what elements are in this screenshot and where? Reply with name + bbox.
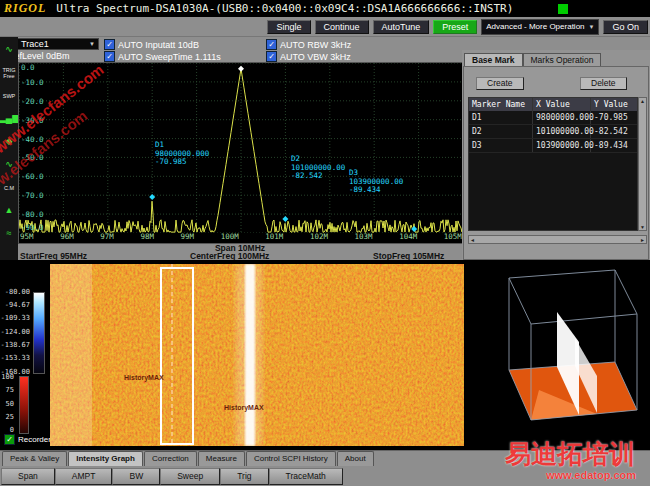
scale-label: -109.33 (0, 314, 30, 322)
auto-vbw-label: AUTO VBW 3kHz (280, 52, 351, 62)
marker-icon: ◆ (6, 137, 13, 146)
x-tick: 105M (444, 232, 462, 242)
rigol-logo: RIGOL (4, 1, 46, 16)
percent-label: 0 (0, 426, 14, 434)
sweep-button[interactable]: Sweep (160, 468, 220, 485)
create-marker-button[interactable]: Create (476, 77, 524, 90)
scroll-down-icon[interactable]: ▼ (639, 224, 646, 230)
scale-label: -80.00 (0, 288, 30, 296)
sidebar-item-cm[interactable]: C.M (1, 177, 17, 198)
recorder-checkbox[interactable]: ✓ Recorder (4, 434, 51, 445)
marker-panel: Base Mark Marks Operation Create Delete … (462, 50, 650, 260)
spectrum-plot (19, 63, 463, 233)
sidebar-item-marker[interactable]: ◆ (1, 131, 17, 152)
delete-marker-button[interactable]: Delete (580, 77, 627, 90)
marker-table: Marker Name X Value Y Value D1 98000000.… (468, 97, 638, 231)
percent-label: 25 (0, 413, 14, 421)
marker-readout-d3: D3 103900000.00 -89.434 (349, 169, 403, 195)
chevron-down-icon: ▼ (89, 41, 95, 47)
tab-marks-operation[interactable]: Marks Operation (523, 53, 602, 67)
single-button[interactable]: Single (267, 20, 310, 34)
auto-sweeptime-label: AUTO SweepTime 1.111s (118, 52, 221, 62)
titlebar: RIGOL Ultra Spectrum-DSA1030A-(USB0::0x0… (0, 0, 650, 17)
tab-base-mark[interactable]: Base Mark (464, 53, 523, 67)
3d-wireframe (467, 262, 648, 447)
scroll-left-icon[interactable]: ◄ (470, 237, 475, 243)
x-tick: 97M (100, 232, 114, 242)
sidebar-item-wave[interactable]: ∿ (1, 154, 17, 175)
table-row[interactable]: D2 101000000.00 -82.542 (469, 125, 637, 139)
triangle-icon: ▲ (5, 206, 14, 215)
bottom-tab-strip: Peak & Valley Intensity Graph Correction… (0, 450, 650, 466)
x-tick: 100M (221, 232, 239, 242)
app-window: RIGOL Ultra Spectrum-DSA1030A-(USB0::0x0… (0, 0, 650, 486)
check-icon: ✓ (104, 51, 115, 62)
scroll-up-icon[interactable]: ▲ (639, 98, 646, 104)
marker-readout-d1: D1 98000000.000 -70.985 (155, 141, 209, 167)
tab-peak-valley[interactable]: Peak & Valley (2, 451, 67, 466)
tracemath-button[interactable]: TraceMath (269, 468, 343, 485)
scale-label: -153.33 (0, 354, 30, 362)
trace-select-value: Trace1 (21, 39, 49, 49)
advanced-operation-dropdown[interactable]: Advanced - More Operation ▼ (481, 19, 599, 35)
toolbar: Single Continue AutoTune Preset Advanced… (0, 17, 650, 37)
y-tick: 0.0 (21, 63, 35, 72)
bottom-button-bar: Span AMPT BW Sweep Trig TraceMath (0, 466, 650, 486)
tab-intensity-graph[interactable]: Intensity Graph (68, 451, 143, 466)
scale-label: -94.67 (0, 301, 30, 309)
window-title: Ultra Spectrum-DSA1030A-(USB0::0x0400::0… (56, 2, 513, 15)
y-tick: -90.0 (21, 223, 44, 232)
waterfall-plot[interactable]: HistoryMAX HistoryMAX (50, 264, 464, 446)
continue-button[interactable]: Continue (315, 20, 369, 34)
percent-label: 75 (0, 386, 14, 394)
bars-icon: ▂▄▆ (0, 114, 19, 123)
table-row[interactable]: D3 103900000.00 -89.434 (469, 139, 637, 153)
span-button[interactable]: Span (1, 468, 55, 485)
tab-about[interactable]: About (337, 451, 374, 466)
x-tick: 96M (60, 232, 74, 242)
marker-panel-tabs: Base Mark Marks Operation (464, 53, 601, 67)
y-tick: -20.0 (21, 97, 44, 106)
scroll-right-icon[interactable]: ► (640, 237, 645, 243)
percent-colorbar (19, 376, 29, 434)
auto-rbw-label: AUTO RBW 3kHz (280, 40, 351, 50)
sidebar-item-trig-free[interactable]: TRIG Free (1, 62, 17, 83)
connection-indicator (558, 4, 568, 14)
y-tick: -40.0 (21, 135, 44, 144)
sidebar-item-bars[interactable]: ▂▄▆ (1, 108, 17, 129)
tab-correction[interactable]: Correction (144, 451, 197, 466)
x-tick: 95M (20, 232, 34, 242)
preset-button[interactable]: Preset (433, 20, 477, 34)
x-tick: 101M (265, 232, 283, 242)
check-icon: ✓ (266, 39, 277, 50)
trig-button[interactable]: Trig (220, 468, 268, 485)
scale-label: -138.67 (0, 341, 30, 349)
table-horizontal-scrollbar[interactable]: ◄► (468, 235, 647, 244)
tab-control-scpi-history[interactable]: Control SCPI History (246, 451, 336, 466)
y-tick: -80.0 (21, 210, 44, 219)
sidebar-item-peak[interactable]: ∿ (1, 39, 17, 60)
auto-rbw-checkbox[interactable]: ✓ AUTO RBW 3kHz (266, 39, 351, 50)
spectrum-display[interactable]: 0.0 -10.0 -20.0 -30.0 -40.0 -50.0 -60.0 … (18, 62, 464, 244)
autotune-button[interactable]: AutoTune (373, 20, 430, 34)
x-axis: 95M 96M 97M 98M 99M 100M 101M 102M 103M … (19, 232, 463, 242)
auto-inputatt-checkbox[interactable]: ✓ AUTO Inputatt 10dB (104, 39, 199, 50)
go-on-button[interactable]: Go On (603, 20, 648, 34)
table-row[interactable]: D1 98000000.000 -70.985 (469, 111, 637, 125)
advanced-operation-label: Advanced - More Operation (486, 22, 584, 31)
bw-button[interactable]: BW (112, 468, 160, 485)
sidebar-item-swp[interactable]: SWP (1, 85, 17, 106)
tab-measure[interactable]: Measure (198, 451, 245, 466)
auto-sweeptime-checkbox[interactable]: ✓ AUTO SweepTime 1.111s (104, 51, 221, 62)
auto-vbw-checkbox[interactable]: ✓ AUTO VBW 3kHz (266, 51, 351, 62)
check-icon: ✓ (104, 39, 115, 50)
waterfall-3d-view[interactable] (467, 262, 648, 447)
sidebar-item-peak2[interactable]: ▲ (1, 200, 17, 221)
intensity-graph-section: -80.00 -94.67 -109.33 -124.00 -138.67 -1… (0, 260, 650, 450)
waterfall-noise (50, 264, 464, 446)
sidebar-item-noise[interactable]: ≈ (1, 223, 17, 244)
table-vertical-scrollbar[interactable]: ▲▼ (638, 97, 647, 231)
history-label: HistoryMAX (224, 404, 264, 411)
ampt-button[interactable]: AMPT (55, 468, 113, 485)
selection-box[interactable] (160, 267, 194, 445)
